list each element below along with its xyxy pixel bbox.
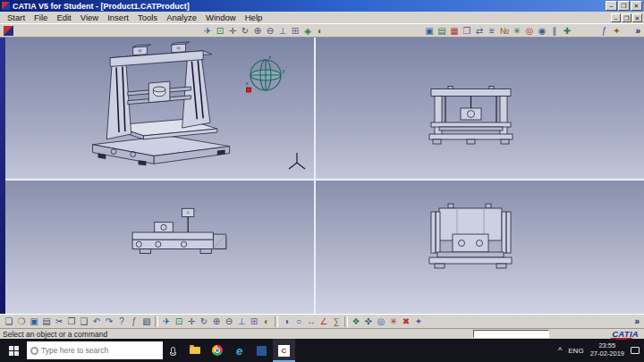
multi-view-icon[interactable]: ⊞ xyxy=(248,316,260,327)
printer-model-back[interactable] xyxy=(428,200,513,272)
compass[interactable]: z y x xyxy=(245,52,286,97)
doc-minimize-button[interactable]: – xyxy=(611,13,621,22)
language-indicator[interactable]: ENG xyxy=(568,347,583,355)
printer-model-front[interactable] xyxy=(428,84,513,148)
menu-item-file[interactable]: File xyxy=(30,13,52,22)
taskbar-app-chrome[interactable] xyxy=(206,339,228,362)
minimize-button[interactable]: – xyxy=(606,1,617,11)
coincidence-constraint-icon[interactable]: ◎ xyxy=(523,25,536,37)
taskbar-app-catia[interactable]: C xyxy=(273,339,295,362)
fast-multi-instantiation-icon[interactable]: ✳ xyxy=(511,25,523,37)
taskbar-app-store[interactable] xyxy=(250,339,273,362)
snap-icon[interactable]: ◎ xyxy=(375,316,387,327)
power-input[interactable] xyxy=(473,330,549,338)
viewport-pane-front[interactable] xyxy=(316,38,644,179)
isometric-view-icon[interactable]: ◈ xyxy=(301,25,314,37)
doc-close-button[interactable]: ✕ xyxy=(632,13,642,22)
explode-icon[interactable]: ✳ xyxy=(387,316,400,327)
fix-component-icon[interactable]: ✚ xyxy=(561,25,573,37)
pan-icon[interactable]: ✛ xyxy=(226,25,239,37)
fly-mode-icon[interactable]: ✈ xyxy=(201,25,214,37)
blue-app-icon xyxy=(257,346,267,356)
printer-model-side[interactable] xyxy=(129,207,234,259)
apply-material-icon[interactable]: ❖ xyxy=(350,316,362,327)
rotate-icon[interactable]: ↻ xyxy=(239,25,251,37)
new-product-icon[interactable]: ▤ xyxy=(436,25,448,37)
workbench-icon[interactable] xyxy=(4,26,13,36)
doc-maximize-button[interactable]: ❐ xyxy=(622,13,631,22)
undo-icon[interactable]: ↶ xyxy=(90,316,103,327)
assembly-tool-group: ▣▤▦❒⇄≡№✳◎◉∥✚ xyxy=(423,25,573,37)
microphone-icon[interactable] xyxy=(171,347,175,354)
measure-between-icon[interactable]: ↔ xyxy=(305,316,318,327)
mass-properties-icon[interactable]: ∑ xyxy=(330,316,343,327)
knowledge-formula-icon[interactable]: ƒ xyxy=(597,25,610,37)
menu-item-insert[interactable]: Insert xyxy=(103,13,133,22)
pan-icon[interactable]: ✛ xyxy=(185,316,198,327)
catalog-icon[interactable]: ✦ xyxy=(412,316,425,327)
cut-icon[interactable]: ✂ xyxy=(53,316,65,327)
paste-icon[interactable]: ❑ xyxy=(78,316,90,327)
taskbar-search[interactable] xyxy=(27,341,163,359)
menu-item-analyze[interactable]: Analyze xyxy=(162,13,201,22)
whats-this-icon[interactable]: ? xyxy=(115,316,128,327)
menu-item-tools[interactable]: Tools xyxy=(133,13,162,22)
offset-constraint-icon[interactable]: ∥ xyxy=(548,25,561,37)
viewport-pane-iso[interactable]: z y x xyxy=(5,38,314,179)
zoom-out-icon[interactable]: ⊖ xyxy=(223,316,235,327)
measure-item-icon[interactable]: ∠ xyxy=(318,316,330,327)
copy-icon[interactable]: ❐ xyxy=(65,316,78,327)
fly-mode-icon[interactable]: ✈ xyxy=(160,316,173,327)
zoom-in-icon[interactable]: ⊕ xyxy=(251,25,264,37)
create-multi-view-icon[interactable]: ⊞ xyxy=(289,25,301,37)
taskbar-app-edge[interactable]: e xyxy=(228,339,250,362)
generate-numbering-icon[interactable]: № xyxy=(498,25,511,37)
rotate-icon[interactable]: ↻ xyxy=(198,316,210,327)
image-capture-icon[interactable]: ▧ xyxy=(140,316,153,327)
menu-item-edit[interactable]: Edit xyxy=(52,13,75,22)
shaded-view-icon[interactable]: ◐ xyxy=(260,316,273,327)
menu-item-start[interactable]: Start xyxy=(3,13,30,22)
viewport-pane-back[interactable] xyxy=(316,181,644,314)
fit-all-in-icon[interactable]: ⊡ xyxy=(214,25,226,37)
open-document-icon[interactable]: ❍ xyxy=(15,316,28,327)
hide-show-icon[interactable]: ◑ xyxy=(280,316,292,327)
tray-expand-icon[interactable]: ^ xyxy=(558,346,562,355)
manipulation-icon[interactable]: ✜ xyxy=(362,316,375,327)
search-input[interactable] xyxy=(41,346,159,355)
taskbar-app-file-explorer[interactable] xyxy=(183,339,206,362)
formula-icon[interactable]: ƒ xyxy=(128,316,140,327)
zoom-in-icon[interactable]: ⊕ xyxy=(210,316,223,327)
existing-component-icon[interactable]: ❒ xyxy=(461,25,473,37)
normal-view-icon[interactable]: ⊥ xyxy=(235,316,248,327)
save-icon[interactable]: ▣ xyxy=(28,316,40,327)
normal-view-icon[interactable]: ⊥ xyxy=(276,25,289,37)
clock[interactable]: 23:55 27-02-2019 xyxy=(590,342,624,358)
menu-item-help[interactable]: Help xyxy=(241,13,267,22)
zoom-out-icon[interactable]: ⊖ xyxy=(264,25,276,37)
shading-mode-icon[interactable]: ◐ xyxy=(314,25,326,37)
maximize-button[interactable]: ❐ xyxy=(618,1,630,11)
swap-visible-space-icon[interactable]: ○ xyxy=(292,316,305,327)
notification-center-icon[interactable] xyxy=(631,347,640,354)
print-icon[interactable]: ▤ xyxy=(40,316,53,327)
top-toolbar-overflow-icon[interactable]: » xyxy=(635,26,640,36)
app-icon xyxy=(2,2,10,10)
start-button[interactable] xyxy=(0,339,27,362)
contact-constraint-icon[interactable]: ◉ xyxy=(536,25,548,37)
replace-component-icon[interactable]: ⇄ xyxy=(473,25,486,37)
menu-item-window[interactable]: Window xyxy=(201,13,241,22)
new-part-icon[interactable]: ▦ xyxy=(448,25,461,37)
menu-item-view[interactable]: View xyxy=(76,13,103,22)
catalog-browser-icon[interactable]: ✦ xyxy=(610,25,623,37)
printer-model-iso[interactable] xyxy=(86,41,242,177)
fit-all-in-icon[interactable]: ⊡ xyxy=(173,316,185,327)
reorder-tree-icon[interactable]: ≡ xyxy=(486,25,498,37)
close-button[interactable]: ✕ xyxy=(631,1,642,11)
redo-icon[interactable]: ↷ xyxy=(103,316,115,327)
new-document-icon[interactable]: ❏ xyxy=(3,316,15,327)
new-component-icon[interactable]: ▣ xyxy=(423,25,436,37)
clash-analysis-icon[interactable]: ✖ xyxy=(400,316,412,327)
bottom-toolbar-overflow-icon[interactable]: » xyxy=(634,316,640,326)
viewport-pane-side[interactable] xyxy=(5,181,314,314)
